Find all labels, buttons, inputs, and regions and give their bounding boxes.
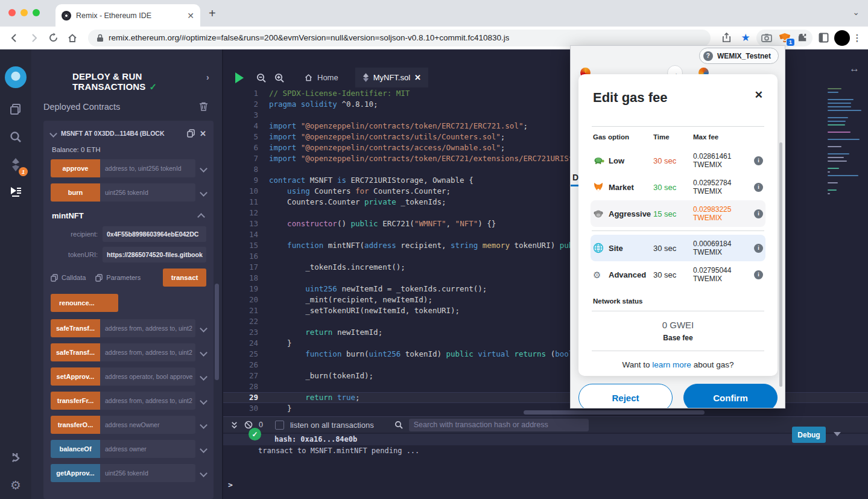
- renounce-button[interactable]: renounce...: [51, 294, 118, 312]
- recipient-field[interactable]: 0x4F55b8998603964ebE042DC: [103, 226, 206, 242]
- tab-home[interactable]: Home: [297, 68, 346, 87]
- close-window-button[interactable]: [8, 9, 16, 16]
- copy-parameters-icon[interactable]: [95, 274, 103, 282]
- bookmark-star-icon[interactable]: ★: [737, 30, 754, 46]
- panel-scrollbar[interactable]: [215, 284, 219, 380]
- solidity-compiler-icon[interactable]: 1: [0, 151, 31, 179]
- clear-console-icon[interactable]: [244, 421, 253, 429]
- new-tab-button[interactable]: +: [209, 7, 216, 21]
- fn-top-button-1[interactable]: burn: [51, 183, 100, 202]
- copy-calldata-icon[interactable]: [51, 274, 58, 282]
- minimize-window-button[interactable]: [21, 9, 28, 16]
- debug-dropdown-chevron-icon[interactable]: [834, 432, 841, 436]
- zoom-in-icon[interactable]: [274, 72, 285, 83]
- info-icon[interactable]: i: [754, 270, 763, 279]
- zoom-out-icon[interactable]: [256, 72, 267, 83]
- fn-bottom-input-1[interactable]: address from, address to, uint2: [100, 343, 195, 361]
- gas-option-advanced[interactable]: ⚙Advanced30 sec0.02795044TWEMIXi: [591, 261, 765, 288]
- fn-bottom-input-0[interactable]: address from, address to, uint2: [100, 319, 195, 337]
- info-icon[interactable]: i: [754, 244, 763, 253]
- search-icon[interactable]: [0, 123, 31, 151]
- browser-tab[interactable]: Remix - Ethereum IDE ✕: [55, 4, 200, 27]
- expand-chevron-icon[interactable]: [200, 325, 207, 332]
- fn-top-input-0[interactable]: address to, uint256 tokenId: [100, 159, 195, 177]
- home-button[interactable]: [64, 30, 81, 46]
- network-pill[interactable]: ? WEMIX_Testnet: [699, 48, 779, 64]
- sidebar-toggle-icon[interactable]: [815, 30, 832, 46]
- gas-option-market[interactable]: Market30 sec0.02952784TWEMIXi: [591, 174, 765, 200]
- fn-bottom-input-5[interactable]: address owner: [100, 440, 195, 458]
- tx-hash-line[interactable]: hash: 0xa16...84e0b: [274, 435, 357, 443]
- camera-extension-icon[interactable]: [761, 33, 772, 42]
- fn-bottom-button-1[interactable]: safeTransf...: [51, 343, 100, 361]
- fn-bottom-input-3[interactable]: address from, address to, uint2: [100, 392, 195, 410]
- gas-option-aggressive[interactable]: Aggressive15 sec0.02983225TWEMIXi: [591, 200, 765, 227]
- fn-bottom-input-4[interactable]: address newOwner: [100, 416, 195, 434]
- info-icon[interactable]: i: [754, 209, 763, 218]
- reject-button[interactable]: Reject: [578, 384, 673, 408]
- reload-button[interactable]: [45, 30, 62, 46]
- file-explorer-icon[interactable]: [0, 95, 31, 123]
- run-script-play-icon[interactable]: [235, 72, 244, 83]
- plugin-manager-icon[interactable]: [0, 443, 31, 471]
- expand-chevron-icon[interactable]: [200, 165, 207, 173]
- fn-bottom-button-5[interactable]: balanceOf: [51, 440, 100, 458]
- listen-checkbox[interactable]: [275, 421, 284, 430]
- expand-terminal-chevrons-icon[interactable]: [230, 421, 238, 429]
- tokenuri-field[interactable]: https://2865074520-files.gitbook: [103, 247, 206, 262]
- contract-expand-chevron-icon[interactable]: [49, 130, 57, 138]
- profile-avatar[interactable]: [834, 30, 850, 46]
- horizontal-resize-icon[interactable]: ↔: [849, 63, 860, 75]
- tab-overflow-chevron-icon[interactable]: ⌄: [852, 7, 860, 17]
- details-tab-partial[interactable]: D: [572, 173, 578, 182]
- info-icon[interactable]: i: [754, 156, 763, 165]
- share-icon[interactable]: [718, 30, 735, 46]
- debug-button[interactable]: Debug: [792, 427, 826, 443]
- learn-more-link[interactable]: learn more: [652, 360, 691, 369]
- expand-chevron-icon[interactable]: [200, 397, 207, 405]
- back-button[interactable]: [6, 30, 23, 46]
- maximize-window-button[interactable]: [33, 9, 40, 16]
- parameters-label[interactable]: Parameters: [106, 274, 141, 281]
- clear-contracts-trash-icon[interactable]: [199, 101, 208, 111]
- expand-chevron-icon[interactable]: [200, 373, 207, 381]
- expand-chevron-icon[interactable]: [200, 189, 207, 197]
- mint-collapse-chevron-icon[interactable]: [197, 213, 205, 221]
- terminal-prompt[interactable]: >: [228, 480, 233, 489]
- editor-horizontal-scrollbar[interactable]: [524, 410, 705, 415]
- fn-bottom-button-4[interactable]: transferO...: [51, 416, 100, 434]
- terminal-search-input[interactable]: [409, 419, 589, 431]
- remix-logo-icon[interactable]: [0, 59, 31, 95]
- fn-top-button-0[interactable]: approve: [51, 159, 100, 177]
- deploy-run-icon[interactable]: [0, 179, 31, 206]
- extensions-puzzle-icon[interactable]: [797, 33, 808, 43]
- fn-top-input-1[interactable]: uint256 tokenId: [100, 183, 195, 202]
- fn-bottom-button-3[interactable]: transferFr...: [51, 392, 100, 410]
- gas-option-low[interactable]: Low30 sec0.02861461TWEMIXi: [591, 147, 765, 174]
- fn-bottom-button-0[interactable]: safeTransf...: [51, 319, 100, 337]
- metamask-extension-icon[interactable]: 1: [778, 32, 791, 44]
- fn-bottom-button-2[interactable]: setApprov...: [51, 367, 100, 386]
- tab-mynft-sol[interactable]: MyNFT.sol ✕: [355, 68, 428, 87]
- tab-close-icon[interactable]: ✕: [187, 11, 194, 20]
- gas-option-site[interactable]: Site30 sec0.00069184TWEMIXi: [591, 235, 765, 261]
- popup-scrollbar[interactable]: [779, 142, 782, 387]
- forward-button[interactable]: [25, 30, 42, 46]
- close-file-tab-icon[interactable]: ✕: [414, 73, 421, 82]
- transact-button[interactable]: transact: [163, 269, 206, 287]
- chrome-menu-icon[interactable]: ⋮: [852, 30, 862, 46]
- modal-close-icon[interactable]: ✕: [755, 90, 763, 100]
- fn-bottom-input-2[interactable]: address operator, bool approve: [100, 367, 195, 386]
- calldata-label[interactable]: Calldata: [62, 274, 86, 281]
- expand-chevron-icon[interactable]: [200, 421, 207, 429]
- remove-contract-icon[interactable]: ✕: [200, 129, 206, 138]
- expand-chevron-icon[interactable]: [200, 349, 207, 357]
- copy-address-icon[interactable]: [187, 129, 195, 138]
- settings-gear-icon[interactable]: ⚙: [0, 471, 31, 499]
- expand-chevron-icon[interactable]: [200, 469, 207, 477]
- info-icon[interactable]: i: [754, 183, 763, 192]
- panel-collapse-chevron-icon[interactable]: ›: [206, 72, 209, 82]
- expand-chevron-icon[interactable]: [200, 445, 207, 453]
- editor-minimap[interactable]: [828, 88, 863, 197]
- confirm-button[interactable]: Confirm: [683, 384, 778, 408]
